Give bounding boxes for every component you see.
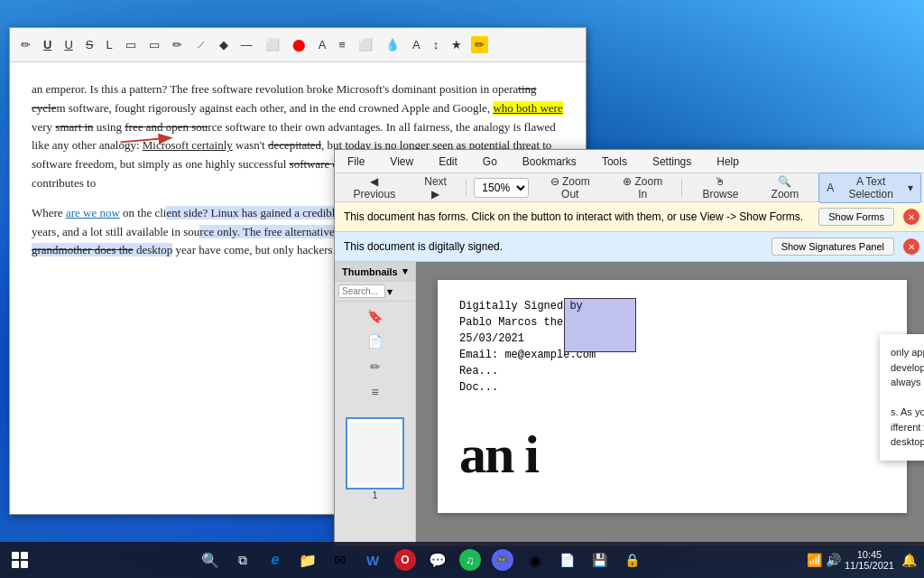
side-text-3: s. As you see, the work KD <box>891 405 924 420</box>
spotify-button[interactable]: ♫ <box>456 545 485 574</box>
show-forms-button[interactable]: Show Forms <box>818 208 894 226</box>
edge-button[interactable]: e <box>261 545 290 574</box>
shape-icon[interactable]: ◆ <box>216 36 232 53</box>
layers-icon[interactable]: ≡ <box>365 381 386 403</box>
menu-settings[interactable]: Settings <box>647 154 697 170</box>
menu-edit[interactable]: Edit <box>433 154 463 170</box>
form-notice-text: This document has forms. Click on the bu… <box>344 210 803 223</box>
sig-notif-actions: Show Signatures Panel ✕ <box>772 238 919 256</box>
taskbar-right: 📶 🔊 10:45 11/15/2021 🔔 <box>807 549 924 571</box>
mail-icon: ✉ <box>334 552 346 569</box>
security-icon: 🔒 <box>624 553 640 567</box>
messenger-icon: 💬 <box>429 552 447 569</box>
task-view-button[interactable]: ⧉ <box>228 545 257 574</box>
opera-button[interactable]: O <box>391 545 420 574</box>
menu-help[interactable]: Help <box>711 154 744 170</box>
highlight-icon[interactable]: ✏ <box>471 36 488 53</box>
taskbar-clock[interactable]: 10:45 11/15/2021 <box>845 549 894 571</box>
page-icon[interactable]: 📄 <box>365 331 386 352</box>
file-explorer-button[interactable]: 📁 <box>293 545 322 574</box>
notification-icon[interactable]: 🔔 <box>901 553 917 567</box>
box-icon[interactable]: ⬜ <box>355 36 376 53</box>
chrome-button[interactable]: ◉ <box>521 545 550 574</box>
menu-go[interactable]: Go <box>477 154 503 170</box>
chevron-down-icon[interactable]: ▾ <box>402 266 408 277</box>
pencil-icon[interactable]: ✏ <box>17 36 34 53</box>
file-explorer-icon: 📁 <box>299 552 317 569</box>
strikethrough-btn[interactable]: S <box>82 36 97 53</box>
prev-button[interactable]: ◀ Previous <box>342 172 407 203</box>
discord-button[interactable]: 🎮 <box>488 545 517 574</box>
sig-line-4: Email: me@example.com <box>459 347 885 363</box>
form-notif-close[interactable]: ✕ <box>903 209 919 225</box>
messenger-button[interactable]: 💬 <box>423 545 452 574</box>
pdf-app-icon: 📄 <box>559 553 575 567</box>
show-signatures-button[interactable]: Show Signatures Panel <box>772 238 894 256</box>
next-button[interactable]: Next ▶ <box>412 172 459 203</box>
draw-icon[interactable]: ✏ <box>169 36 186 53</box>
zoom-select[interactable]: 150% 100% 75% 200% <box>474 178 529 198</box>
thumbnails-sidebar: Thumbnails ▾ ▾ 🔖 📄 ✏ ≡ <box>335 262 416 544</box>
sig-notif-close[interactable]: ✕ <box>903 238 919 255</box>
menu-file[interactable]: File <box>342 154 370 170</box>
menu-view[interactable]: View <box>384 154 419 170</box>
clock-date: 11/15/2021 <box>845 560 894 571</box>
signature-overlay <box>564 298 636 352</box>
sig-line-5: Rea... <box>459 363 885 379</box>
circle-icon[interactable]: ⬤ <box>289 36 310 53</box>
clock-time: 10:45 <box>845 549 894 560</box>
font-icon[interactable]: A <box>409 36 424 53</box>
align-icon[interactable]: ≡ <box>335 36 349 53</box>
thumbnail-search-bar: ▾ <box>335 282 415 302</box>
text-selection-button[interactable]: A A Text Selection ▾ <box>818 172 921 203</box>
thumbnail-search-input[interactable] <box>338 284 385 298</box>
zoom-tool-button[interactable]: 🔍 Zoom <box>757 172 814 203</box>
word-button[interactable]: W <box>358 545 387 574</box>
svg-line-0 <box>121 120 170 160</box>
dropdown-arrow-icon: ▾ <box>908 182 913 194</box>
sig-line-2: Pablo Marcos the <box>459 314 885 331</box>
underline2-btn[interactable]: U <box>60 36 76 53</box>
sig-line-3: 25/03/2021 <box>459 331 885 347</box>
pdf-body: Thumbnails ▾ ▾ 🔖 📄 ✏ ≡ <box>335 262 924 544</box>
start-button[interactable] <box>4 544 36 576</box>
underline-btn[interactable]: U <box>40 36 55 53</box>
rect-icon[interactable]: ▭ <box>122 36 140 53</box>
minus-icon[interactable]: — <box>237 36 256 53</box>
text-selection-label: A Text Selection <box>836 175 905 200</box>
taskbar-icons: 🔍 ⧉ e 📁 ✉ W O 💬 ♫ 🎮 ◉ <box>36 545 807 574</box>
rect2-icon[interactable]: ▭ <box>145 36 163 53</box>
mail-button[interactable]: ✉ <box>326 545 355 574</box>
form-notification-bar: This document has forms. Click on the bu… <box>335 202 924 232</box>
search-filter-icon[interactable]: ▾ <box>387 285 393 298</box>
browse-button[interactable]: 🖱 Browse <box>689 172 751 203</box>
resize-icon[interactable]: ↕ <box>430 36 443 53</box>
zoom-in-button[interactable]: ⊕ Zoom In <box>611 172 674 203</box>
disk-button[interactable]: 💾 <box>586 545 614 574</box>
text-icon[interactable]: A <box>315 36 330 53</box>
thumbnail-page-1[interactable]: 1 <box>346 417 404 489</box>
separator-1 <box>466 179 467 197</box>
pdf-main-content: Digitally Signed by Pablo Marcos the 25/… <box>416 262 924 544</box>
task-view-icon: ⧉ <box>238 553 247 568</box>
line-icon[interactable]: L <box>102 36 116 53</box>
search-taskbar-icon: 🔍 <box>201 552 219 569</box>
square-icon[interactable]: ⬜ <box>262 36 283 53</box>
sig-notification-bar: This document is digitally signed. Show … <box>335 232 924 262</box>
security-button[interactable]: 🔒 <box>618 545 647 574</box>
thumbnail-page-number: 1 <box>373 490 378 500</box>
disk-icon: 💾 <box>592 553 607 567</box>
search-taskbar-button[interactable]: 🔍 <box>196 545 225 574</box>
drop-icon[interactable]: 💧 <box>382 36 403 53</box>
annotation-icon[interactable]: ✏ <box>365 356 386 378</box>
star-icon[interactable]: ★ <box>448 36 466 53</box>
zoom-out-button[interactable]: ⊖ Zoom Out <box>534 172 605 203</box>
pdf-page: Digitally Signed by Pablo Marcos the 25/… <box>438 280 907 513</box>
menu-tools[interactable]: Tools <box>596 154 633 170</box>
arrow-icon[interactable]: ⟋ <box>191 36 210 53</box>
sig-notice-text: This document is digitally signed. <box>344 240 503 253</box>
pdf-app-button[interactable]: 📄 <box>553 545 582 574</box>
annotation-toolbar: ✏ U U S L ▭ ▭ ✏ ⟋ ◆ — ⬜ ⬤ A ≡ ⬜ 💧 A ↕ ★ … <box>10 28 586 62</box>
bookmark-icon[interactable]: 🔖 <box>365 305 386 327</box>
menu-bookmarks[interactable]: Bookmarks <box>517 154 582 170</box>
